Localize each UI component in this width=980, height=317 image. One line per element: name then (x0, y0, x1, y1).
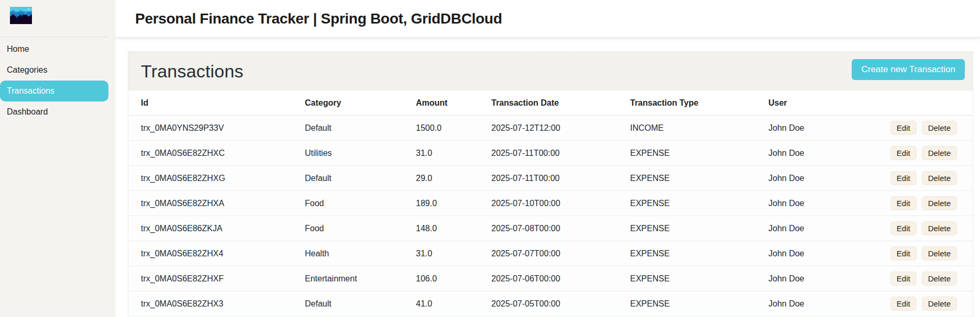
cell-amount: 29.0 (416, 174, 491, 183)
table-header-row: IdCategoryAmountTransaction DateTransact… (128, 90, 973, 116)
column-header-amount: Amount (416, 98, 491, 108)
cell-date: 2025-07-07T00:00 (491, 249, 630, 258)
transactions-panel: Transactions Create new Transaction IdCa… (128, 51, 973, 317)
cell-amount: 41.0 (416, 299, 491, 309)
create-new-transaction-button[interactable]: Create new Transaction (852, 59, 965, 80)
row-actions: EditDelete (890, 121, 957, 135)
row-actions: EditDelete (890, 297, 957, 311)
cell-id: trx_0MA0YNS29P33V (141, 123, 305, 133)
edit-button[interactable]: Edit (890, 221, 917, 235)
cell-id: trx_0MA0S6E82ZHXG (141, 174, 305, 183)
table-row: trx_0MA0S6E86ZKJAFood148.02025-07-08T00:… (128, 216, 973, 241)
sidebar-item-home[interactable]: Home (0, 39, 108, 60)
edit-button[interactable]: Edit (890, 196, 917, 210)
cell-id: trx_0MA0S6E82ZHXA (141, 199, 305, 208)
app-root: HomeCategoriesTransactionsDashboard Pers… (0, 0, 980, 317)
pixel-landscape-logo-icon (10, 6, 32, 24)
cell-category: Food (305, 224, 416, 233)
cell-type: EXPENSE (630, 149, 768, 158)
delete-button[interactable]: Delete (922, 121, 957, 135)
cell-id: trx_0MA0S6E86ZKJA (141, 224, 305, 233)
delete-button[interactable]: Delete (922, 146, 957, 160)
cell-user: John Doe (768, 174, 890, 183)
delete-button[interactable]: Delete (922, 196, 957, 210)
column-header-transaction-date: Transaction Date (491, 98, 630, 108)
table-body: trx_0MA0YNS29P33VDefault1500.02025-07-12… (128, 116, 973, 316)
column-header-user: User (768, 98, 957, 108)
cell-type: EXPENSE (630, 299, 768, 309)
cell-user: John Doe (768, 299, 890, 309)
cell-amount: 31.0 (416, 249, 491, 258)
cell-type: EXPENSE (630, 174, 768, 183)
sidebar-item-transactions[interactable]: Transactions (0, 81, 108, 101)
table-row: trx_0MA0S6E82ZHXCUtilities31.02025-07-11… (128, 141, 973, 166)
delete-button[interactable]: Delete (922, 171, 957, 185)
cell-amount: 148.0 (416, 224, 491, 233)
table-row: trx_0MA0S6E82ZHX4Health31.02025-07-07T00… (128, 241, 973, 266)
row-actions: EditDelete (890, 196, 957, 210)
cell-amount: 106.0 (416, 274, 491, 284)
cell-type: EXPENSE (630, 274, 768, 284)
cell-date: 2025-07-11T00:00 (491, 174, 630, 183)
cell-amount: 1500.0 (416, 123, 491, 133)
edit-button[interactable]: Edit (890, 271, 917, 286)
panel-header: Transactions Create new Transaction (128, 52, 973, 90)
top-header: Personal Finance Tracker | Spring Boot, … (116, 0, 980, 38)
table-row: trx_0MA0S6E82ZHX3Default41.02025-07-05T0… (128, 291, 973, 316)
panel-title: Transactions (141, 61, 244, 82)
row-actions: EditDelete (890, 146, 957, 160)
edit-button[interactable]: Edit (890, 297, 917, 311)
cell-date: 2025-07-05T00:00 (491, 299, 630, 309)
cell-category: Default (305, 123, 416, 133)
cell-id: trx_0MA0S6E82ZHX3 (141, 299, 305, 309)
cell-category: Entertainment (305, 274, 416, 284)
cell-type: EXPENSE (630, 199, 768, 208)
sidebar: HomeCategoriesTransactionsDashboard (0, 0, 116, 317)
cell-category: Utilities (305, 149, 416, 158)
column-header-transaction-type: Transaction Type (630, 98, 768, 108)
cell-type: EXPENSE (630, 249, 768, 258)
transactions-table: IdCategoryAmountTransaction DateTransact… (128, 90, 973, 316)
table-row: trx_0MA0S6E82ZHXAFood189.02025-07-10T00:… (128, 191, 973, 216)
cell-id: trx_0MA0S6E82ZHXC (141, 149, 305, 158)
row-actions: EditDelete (890, 171, 957, 185)
cell-user: John Doe (768, 149, 890, 158)
row-actions: EditDelete (890, 221, 957, 235)
cell-date: 2025-07-12T12:00 (491, 123, 630, 133)
row-actions: EditDelete (890, 271, 957, 286)
edit-button[interactable]: Edit (890, 171, 917, 185)
delete-button[interactable]: Delete (922, 297, 957, 311)
cell-id: trx_0MA0S6E82ZHXF (141, 274, 305, 284)
app-logo[interactable] (0, 0, 116, 37)
sidebar-nav: HomeCategoriesTransactionsDashboard (0, 37, 116, 122)
cell-user: John Doe (768, 224, 890, 233)
cell-user: John Doe (768, 123, 890, 133)
edit-button[interactable]: Edit (890, 121, 917, 135)
cell-type: INCOME (630, 123, 768, 133)
table-row: trx_0MA0YNS29P33VDefault1500.02025-07-12… (128, 116, 973, 141)
sidebar-item-dashboard[interactable]: Dashboard (0, 101, 108, 122)
delete-button[interactable]: Delete (922, 221, 957, 235)
cell-category: Default (305, 299, 416, 309)
cell-type: EXPENSE (630, 224, 768, 233)
column-header-category: Category (305, 98, 416, 108)
cell-date: 2025-07-08T00:00 (491, 224, 630, 233)
cell-category: Food (305, 199, 416, 208)
cell-amount: 31.0 (416, 149, 491, 158)
cell-date: 2025-07-10T00:00 (491, 199, 630, 208)
cell-date: 2025-07-06T00:00 (491, 274, 630, 284)
edit-button[interactable]: Edit (890, 146, 917, 160)
sidebar-item-categories[interactable]: Categories (0, 60, 108, 81)
cell-date: 2025-07-11T00:00 (491, 149, 630, 158)
cell-id: trx_0MA0S6E82ZHX4 (141, 249, 305, 258)
delete-button[interactable]: Delete (922, 246, 957, 261)
table-row: trx_0MA0S6E82ZHXGDefault29.02025-07-11T0… (128, 166, 973, 191)
cell-user: John Doe (768, 274, 890, 284)
row-actions: EditDelete (890, 246, 957, 261)
edit-button[interactable]: Edit (890, 246, 917, 261)
delete-button[interactable]: Delete (922, 271, 957, 286)
cell-user: John Doe (768, 249, 890, 258)
cell-category: Default (305, 174, 416, 183)
cell-amount: 189.0 (416, 199, 491, 208)
cell-category: Health (305, 249, 416, 258)
